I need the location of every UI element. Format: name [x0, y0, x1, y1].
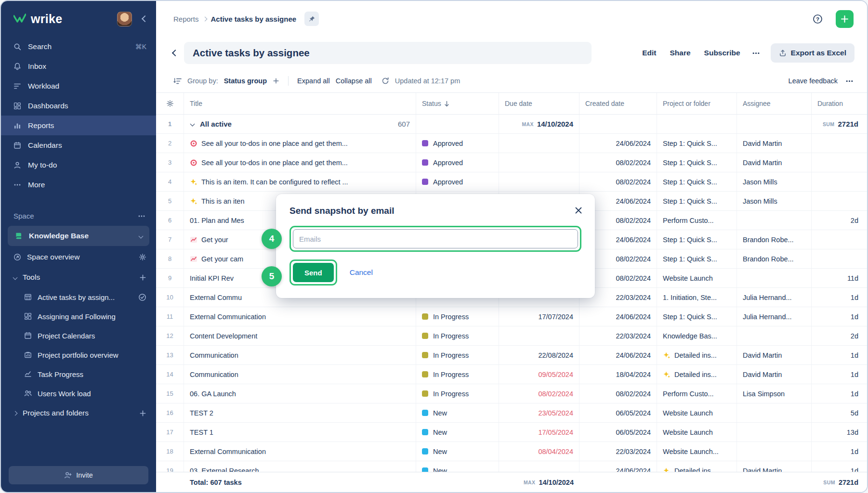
row-number: 3 — [156, 153, 184, 172]
table-row[interactable]: 1All active607MAX14/10/2024SUM2721d — [156, 115, 867, 134]
table-row[interactable]: 12Content DevelopmentIn Progress22/03/20… — [156, 326, 867, 346]
cell-created-date: 24/06/2024 — [579, 461, 657, 472]
space-selector-knowledge-base[interactable]: Knowledge Base — [8, 226, 149, 246]
sidebar-item-reports[interactable]: Reports — [1, 116, 156, 135]
subscribe-button[interactable]: Subscribe — [698, 44, 747, 62]
share-button[interactable]: Share — [664, 44, 697, 62]
send-button[interactable]: Send — [293, 263, 334, 282]
collapse-group-icon[interactable] — [190, 122, 195, 127]
edit-button[interactable]: Edit — [636, 44, 662, 62]
column-header-assignee[interactable]: Assignee — [737, 93, 812, 114]
export-excel-button[interactable]: Export as Excel — [771, 43, 855, 63]
cell-title: TEST 1 — [184, 423, 416, 441]
table-row[interactable]: 16TEST 2New23/05/202406/05/2024Website L… — [156, 403, 867, 423]
group-by-icon[interactable] — [173, 77, 182, 85]
more-actions-icon[interactable] — [748, 44, 765, 62]
cell-assignee: Julia Hernand... — [737, 288, 812, 307]
breadcrumb-parent[interactable]: Reports — [173, 15, 199, 23]
sidebar-item-dashboards[interactable]: Dashboards — [1, 96, 156, 116]
space-options-icon[interactable] — [138, 212, 145, 220]
dots-icon — [13, 181, 21, 189]
table-row[interactable]: 18External CommunicationNew08/04/202422/… — [156, 442, 867, 461]
collapse-all-button[interactable]: Collapse all — [336, 77, 372, 85]
cell-duration: 1d — [812, 307, 867, 326]
tools-item-label: Assigning and Following — [38, 312, 116, 321]
column-header-project-or-folder[interactable]: Project or folder — [657, 93, 737, 114]
pin-icon[interactable] — [304, 12, 319, 26]
cell-created-date: 18/04/2024 — [579, 365, 657, 384]
tools-item-project-portfolio-overview[interactable]: Project portfolio overview — [1, 345, 156, 364]
sidebar-item-inbox[interactable]: Inbox — [1, 56, 156, 76]
emails-input[interactable] — [293, 229, 578, 248]
add-group-icon[interactable] — [273, 78, 279, 84]
calendar-icon — [24, 332, 32, 339]
sidebar-item-workload[interactable]: Workload — [1, 76, 156, 96]
brand-name: wrike — [31, 12, 62, 26]
row-number: 19 — [156, 461, 184, 472]
cell-project: Step 1: Quick S... — [657, 192, 737, 210]
column-settings-gear-icon[interactable] — [156, 93, 184, 114]
tools-item-task-progress[interactable]: Task Progress — [1, 364, 156, 384]
tools-item-active-tasks-by-assign[interactable]: Active tasks by assign... — [1, 287, 156, 307]
column-header-duration[interactable]: Duration — [812, 93, 867, 114]
invite-button[interactable]: Invite — [9, 466, 148, 484]
expand-all-button[interactable]: Expand all — [297, 77, 330, 85]
column-header-status[interactable]: Status — [416, 93, 499, 114]
tools-item-assigning-and-following[interactable]: Assigning and Following — [1, 307, 156, 326]
create-new-button[interactable] — [836, 10, 854, 28]
sidebar-section-projects-and-folders[interactable]: Projects and folders — [1, 403, 156, 423]
table-row[interactable]: 13CommunicationIn Progress22/08/202424/0… — [156, 346, 867, 365]
target-icon — [190, 140, 197, 147]
row-number: 2 — [156, 134, 184, 153]
table-row[interactable]: 1506. GA LaunchIn Progress08/02/202408/0… — [156, 384, 867, 403]
sidebar-section-tools[interactable]: Tools — [1, 267, 156, 287]
sidebar-item-label: Calendars — [28, 141, 62, 150]
cell-assignee — [737, 211, 812, 230]
toolbar-more-icon[interactable] — [845, 77, 854, 85]
gear-icon[interactable] — [139, 253, 146, 261]
table-row[interactable]: 17TEST 1New17/05/202406/05/2024Website L… — [156, 423, 867, 442]
title-box[interactable]: Active tasks by assignee — [184, 42, 592, 64]
cell-assignee: Brandon Robe... — [737, 230, 812, 249]
user-avatar[interactable] — [117, 12, 132, 26]
column-header-due-date[interactable]: Due date — [499, 93, 579, 114]
leave-feedback-button[interactable]: Leave feedback — [789, 77, 838, 85]
back-button[interactable] — [167, 44, 184, 62]
footer-sum-duration: SUM2721d — [812, 472, 867, 492]
tools-item-project-calendars[interactable]: Project Calendars — [1, 326, 156, 345]
plus-icon[interactable] — [139, 410, 146, 417]
cell-project: Website Launch — [657, 269, 737, 287]
workload-icon — [13, 82, 21, 90]
group-by-value[interactable]: Status group — [224, 77, 267, 85]
report-title-bar: Active tasks by assignee Edit Share Subs… — [156, 37, 867, 69]
sidebar-item-my-to-do[interactable]: My to-do — [1, 155, 156, 175]
close-icon[interactable] — [572, 204, 585, 217]
cell-assignee — [737, 326, 812, 345]
table-row[interactable]: 11External CommunicationIn Progress17/07… — [156, 307, 867, 326]
sidebar-item-search[interactable]: Search⌘K — [1, 37, 156, 56]
table-row[interactable]: 2See all your to-dos in one place and ge… — [156, 134, 867, 153]
status-color-icon — [422, 140, 428, 146]
refresh-icon[interactable] — [381, 77, 389, 85]
help-icon[interactable]: ? — [809, 11, 826, 27]
sidebar-item-space-overview[interactable]: Space overview — [1, 247, 156, 267]
cell-project — [657, 115, 737, 133]
cancel-button[interactable]: Cancel — [350, 268, 373, 277]
row-number: 14 — [156, 365, 184, 384]
space-section-header: Space — [1, 207, 156, 224]
column-header-title[interactable]: Title — [184, 93, 416, 114]
plus-icon[interactable] — [139, 274, 146, 281]
sidebar-item-more[interactable]: More — [1, 175, 156, 195]
sidebar-collapse-button[interactable] — [143, 16, 147, 21]
table-row[interactable]: 3See all your to-dos in one place and ge… — [156, 153, 867, 172]
sidebar-item-calendars[interactable]: Calendars — [1, 135, 156, 155]
table-row[interactable]: 14CommunicationIn Progress09/05/202418/0… — [156, 365, 867, 384]
column-header-created-date[interactable]: Created date — [579, 93, 657, 114]
updated-timestamp: Updated at 12:17 pm — [395, 77, 460, 85]
table-row[interactable]: 1903. External ResearchNew24/06/2024Deta… — [156, 461, 867, 472]
table-row[interactable]: 4This is an item. It can be configured t… — [156, 172, 867, 192]
total-tasks-label: Total: 607 tasks — [184, 472, 416, 492]
status-color-icon — [422, 467, 428, 472]
tools-item-users-work-load[interactable]: Users Work load — [1, 384, 156, 403]
emails-input-highlight — [289, 226, 581, 252]
